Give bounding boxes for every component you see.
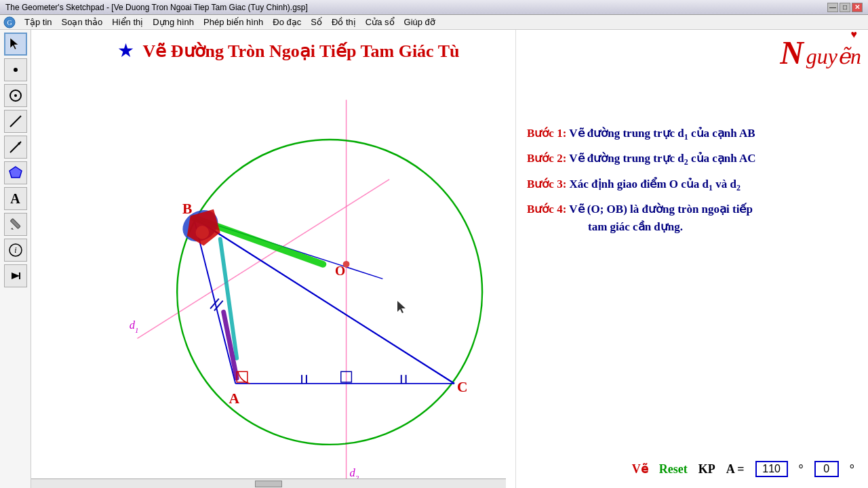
svg-point-29 (196, 226, 210, 239)
kp-label: KP (698, 462, 715, 476)
menu-giupdo[interactable]: Giúp đỡ (400, 16, 439, 28)
pencil-tool[interactable] (4, 213, 27, 236)
degree-symbol-1: ° (799, 462, 804, 476)
pencil-icon (8, 217, 23, 232)
geometry-canvas: B A C O d1 d2 (31, 30, 515, 488)
ve-button[interactable]: Vẽ (632, 462, 648, 476)
ray-icon (8, 140, 23, 155)
step4-text: Vẽ (O; OB) là đường tròn ngoại tiếp (569, 203, 753, 216)
svg-text:i: i (14, 245, 16, 255)
svg-text:A: A (229, 390, 239, 407)
menu-phepbienhihn[interactable]: Phép biến hình (199, 16, 267, 28)
logo-n: N (780, 35, 804, 70)
main-area: A i (0, 30, 868, 488)
menu-dunghinh[interactable]: Dựng hình (149, 16, 198, 28)
svg-rect-10 (10, 219, 20, 229)
step3-label: Bước 3: (527, 178, 570, 190)
svg-point-18 (177, 140, 482, 445)
step4-label: Bước 4: (527, 203, 569, 216)
title-bar: The Geometer's Sketchpad - [Ve Duong Tro… (0, 0, 868, 15)
arrow-cursor-icon (8, 37, 23, 52)
more-tool[interactable] (4, 264, 27, 287)
svg-text:B: B (182, 201, 192, 217)
svg-line-6 (10, 116, 21, 127)
polygon-tool[interactable] (4, 161, 27, 184)
svg-text:C: C (457, 379, 468, 395)
svg-text:G: G (7, 19, 12, 26)
steps-container: Bước 1: Vẽ đường trung trực d1 của cạnh … (527, 125, 857, 235)
point-icon (8, 62, 23, 77)
window-controls: — □ ✕ (827, 3, 863, 12)
close-button[interactable]: ✕ (852, 3, 863, 12)
svg-text:O: O (335, 264, 345, 278)
more-tools-icon (8, 268, 23, 283)
info-tool[interactable]: i (4, 239, 27, 262)
line-icon (8, 114, 23, 129)
step-1: Bước 1: Vẽ đường trung trực d1 của cạnh … (527, 125, 857, 143)
point-tool[interactable] (4, 58, 27, 81)
left-toolbar: A i (0, 30, 31, 488)
horizontal-scrollbar[interactable] (31, 479, 506, 488)
menu-dodac[interactable]: Đo đạc (269, 16, 305, 28)
menu-so[interactable]: Số (307, 16, 326, 28)
polygon-icon (8, 165, 23, 180)
heart-icon: ♥ (851, 28, 858, 41)
step1-label: Bước 1: (527, 127, 569, 140)
svg-marker-11 (11, 228, 14, 230)
logo-text: guyẽn (806, 44, 861, 68)
svg-marker-14 (12, 272, 20, 279)
logo-area: ♥ N guyẽn (780, 34, 861, 71)
menu-soanthao[interactable]: Soạn thảo (58, 16, 107, 28)
step-4: Bước 4: Vẽ (O; OB) là đường tròn ngoại t… (527, 201, 857, 235)
line-tool[interactable] (4, 110, 27, 133)
step2-label: Bước 2: (527, 152, 569, 165)
arrow-tool[interactable] (4, 136, 27, 159)
info-icon: i (8, 243, 23, 258)
maximize-button[interactable]: □ (840, 3, 850, 12)
svg-point-3 (14, 68, 18, 72)
text-tool-label: A (10, 191, 20, 207)
text-tool[interactable]: A (4, 187, 27, 210)
menu-cuaso[interactable]: Cửa sổ (361, 16, 399, 28)
bottom-controls: Vẽ Reset KP A = ° ° (632, 461, 854, 477)
scrollbar-thumb[interactable] (255, 481, 282, 487)
menu-bar: G Tập tin Soạn thảo Hiển thị Dựng hình P… (0, 15, 868, 30)
title-text: The Geometer's Sketchpad - [Ve Duong Tro… (5, 3, 308, 12)
angle-value-input[interactable] (755, 461, 788, 477)
reset-button[interactable]: Reset (659, 462, 688, 476)
canvas-area[interactable]: B A C O d1 d2 ★ Vẽ Đường Tròn Ngoại Tiếp… (31, 30, 515, 488)
minimize-button[interactable]: — (827, 3, 838, 12)
menu-dothi[interactable]: Đồ thị (328, 16, 360, 28)
svg-point-5 (14, 94, 17, 97)
svg-marker-9 (9, 167, 22, 178)
step2-text: Vẽ đường trung trực d2 của cạnh AC (569, 152, 755, 165)
degree-symbol-2: ° (850, 462, 854, 476)
select-tool[interactable] (4, 33, 27, 56)
step-3: Bước 3: Xác định giao điểm O của d1 và d… (527, 176, 857, 194)
mouse-cursor (397, 301, 408, 317)
step4-continuation: tam giác cần dựng. (588, 220, 683, 233)
zero-angle-input[interactable] (814, 461, 839, 477)
svg-line-16 (137, 180, 389, 339)
step3-text: Xác định giao điểm O của d1 và d2 (570, 178, 741, 190)
menu-taptin[interactable]: Tập tin (20, 16, 56, 28)
svg-marker-45 (397, 301, 406, 313)
step1-text: Vẽ đường trung trực d1 của cạnh AB (569, 127, 755, 140)
svg-marker-2 (10, 38, 18, 49)
right-panel: ♥ N guyẽn Bước 1: Vẽ đường trung trực d… (515, 30, 868, 488)
svg-text:d1: d1 (130, 319, 139, 334)
compass-tool[interactable] (4, 84, 27, 107)
step-2: Bước 2: Vẽ đường trung trực d2 của cạnh … (527, 150, 857, 168)
circle-icon (8, 88, 23, 103)
menu-hienthi[interactable]: Hiển thị (108, 16, 147, 28)
app-icon: G (3, 16, 16, 29)
a-equals-label: A = (726, 462, 745, 476)
